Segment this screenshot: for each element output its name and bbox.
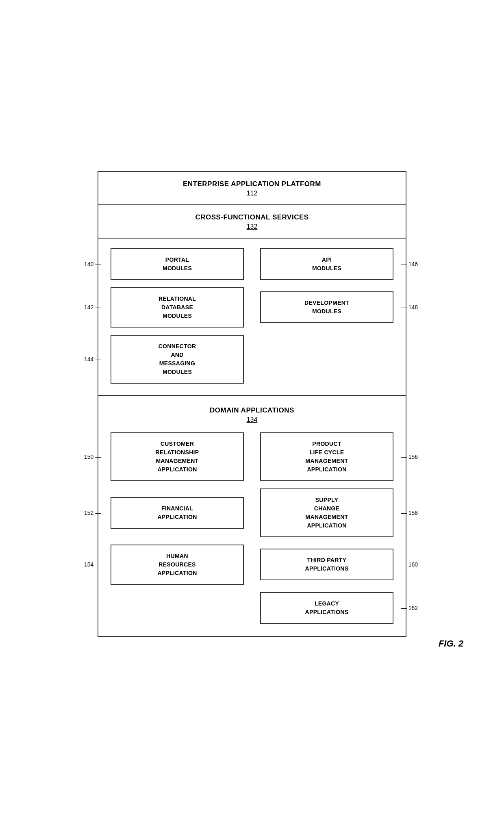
legacy-box: LEGACYAPPLICATIONS [260, 592, 393, 624]
third-party-ref-label: — 160 [401, 561, 418, 568]
financial-box: FINANCIALAPPLICATION [111, 497, 244, 529]
modules-grid: 140 — PORTALMODULES APIMODULES — 146 142… [111, 248, 393, 384]
enterprise-section: ENTERPRISE APPLICATION PLATFORM 112 [98, 172, 406, 205]
development-modules-box: DEVELOPMENTMODULES [260, 291, 393, 323]
api-modules-container: APIMODULES — 146 [260, 248, 393, 280]
development-ref-label: — 148 [401, 304, 418, 310]
domain-ref: 134 [111, 416, 393, 423]
diagram-container: ENTERPRISE APPLICATION PLATFORM 112 CROS… [98, 171, 406, 636]
cross-functional-title: CROSS-FUNCTIONAL SERVICES [106, 213, 398, 222]
connector-ref-label: 144 — [84, 356, 101, 362]
hr-box: HUMANRESOURCESAPPLICATION [111, 545, 244, 585]
scm-container: SUPPLYCHANGEMANAGEMENTAPPLICATION — 158 [260, 488, 393, 537]
hr-label: HUMANRESOURCESAPPLICATION [157, 552, 197, 577]
crm-ref-label: 150 — [84, 454, 101, 460]
connector-modules-label: CONNECTORANDMESSAGINGMODULES [159, 342, 196, 376]
api-modules-label: APIMODULES [312, 256, 341, 273]
scm-label: SUPPLYCHANGEMANAGEMENTAPPLICATION [306, 496, 348, 530]
enterprise-ref: 112 [106, 190, 398, 197]
third-party-label: THIRD PARTYAPPLICATIONS [305, 556, 349, 573]
financial-label: FINANCIALAPPLICATION [157, 504, 197, 521]
portal-modules-label: PORTALMODULES [163, 256, 192, 273]
portal-modules-container: 140 — PORTALMODULES [111, 248, 244, 280]
relational-ref-label: 142 — [84, 304, 101, 310]
crm-label: CUSTOMERRELATIONSHIPMANAGEMENTAPPLICATIO… [156, 440, 199, 474]
domain-title: DOMAIN APPLICATIONS [111, 406, 393, 415]
portal-modules-box: PORTALMODULES [111, 248, 244, 280]
financial-container: 152 — FINANCIALAPPLICATION [111, 488, 244, 537]
relational-modules-container: 142 — RELATIONALDATABASEMODULES [111, 287, 244, 328]
domain-header: DOMAIN APPLICATIONS 134 [111, 406, 393, 423]
third-party-container: THIRD PARTYAPPLICATIONS — 160 [260, 545, 393, 585]
plm-box: PRODUCTLIFE CYCLEMANAGEMENTAPPLICATION [260, 432, 393, 481]
third-party-box: THIRD PARTYAPPLICATIONS [260, 549, 393, 580]
plm-label: PRODUCTLIFE CYCLEMANAGEMENTAPPLICATION [306, 440, 348, 474]
financial-ref-label: 152 — [84, 510, 101, 516]
plm-container: PRODUCTLIFE CYCLEMANAGEMENTAPPLICATION —… [260, 432, 393, 481]
domain-apps-grid: 150 — CUSTOMERRELATIONSHIPMANAGEMENTAPPL… [111, 432, 393, 624]
page: ENTERPRISE APPLICATION PLATFORM 112 CROS… [28, 155, 476, 661]
portal-ref-label: 140 — [84, 261, 101, 267]
legacy-ref-label: — 162 [401, 605, 418, 611]
scm-box: SUPPLYCHANGEMANAGEMENTAPPLICATION [260, 488, 393, 537]
modules-section: 140 — PORTALMODULES APIMODULES — 146 142… [98, 239, 406, 396]
plm-ref-label: — 156 [401, 454, 418, 460]
development-modules-label: DEVELOPMENTMODULES [304, 299, 349, 316]
cross-functional-ref: 132 [106, 223, 398, 230]
fig-label: FIG. 2 [439, 638, 463, 649]
hr-ref-label: 154 — [84, 561, 101, 568]
domain-section: DOMAIN APPLICATIONS 134 150 — CUSTOMERRE… [98, 396, 406, 636]
hr-container: 154 — HUMANRESOURCESAPPLICATION [111, 545, 244, 585]
legacy-container: LEGACYAPPLICATIONS — 162 [260, 592, 393, 624]
scm-ref-label: — 158 [401, 510, 418, 516]
relational-modules-label: RELATIONALDATABASEMODULES [159, 295, 196, 320]
connector-modules-container: 144 — CONNECTORANDMESSAGINGMODULES [111, 335, 244, 384]
api-ref-label: — 146 [401, 261, 418, 267]
development-modules-container: DEVELOPMENTMODULES — 148 [260, 287, 393, 328]
api-modules-box: APIMODULES [260, 248, 393, 280]
connector-modules-box: CONNECTORANDMESSAGINGMODULES [111, 335, 244, 384]
relational-modules-box: RELATIONALDATABASEMODULES [111, 287, 244, 328]
empty-cell [111, 592, 244, 624]
enterprise-title: ENTERPRISE APPLICATION PLATFORM [106, 179, 398, 189]
crm-container: 150 — CUSTOMERRELATIONSHIPMANAGEMENTAPPL… [111, 432, 244, 481]
legacy-label: LEGACYAPPLICATIONS [305, 599, 349, 616]
crm-box: CUSTOMERRELATIONSHIPMANAGEMENTAPPLICATIO… [111, 432, 244, 481]
cross-functional-section: CROSS-FUNCTIONAL SERVICES 132 [98, 205, 406, 239]
